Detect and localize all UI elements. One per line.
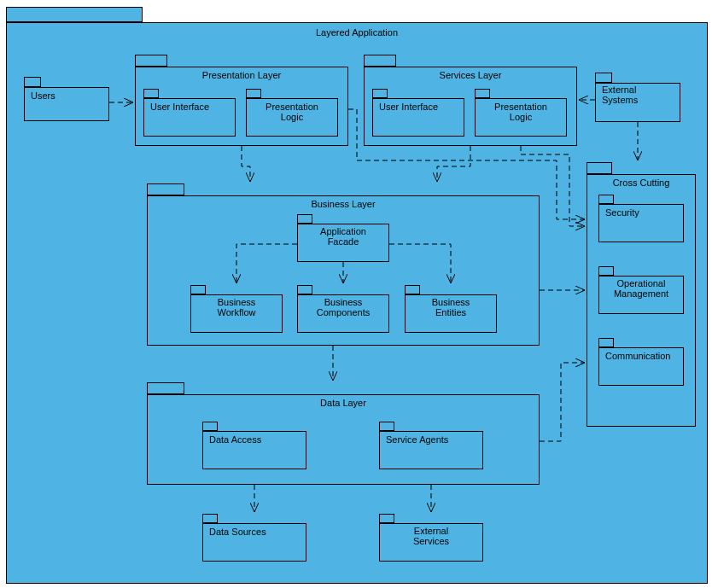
package-service-agents: Service Agents xyxy=(379,422,483,469)
title-app-facade: Application Facade xyxy=(297,226,389,247)
package-app-facade: Application Facade xyxy=(297,214,389,262)
title-business-entities: Business Entities xyxy=(405,297,497,317)
package-security: Security xyxy=(598,195,684,242)
title-services-layer: Services Layer xyxy=(364,70,577,80)
package-communication: Communication xyxy=(598,338,684,386)
package-external-systems: External Systems xyxy=(595,73,680,122)
package-presentation-ui: User Interface xyxy=(143,89,236,137)
package-business-components: Business Components xyxy=(297,285,389,333)
title-data-access: Data Access xyxy=(202,434,306,445)
title-external-systems: External Systems xyxy=(595,84,680,105)
title-business-workflow: Business Workflow xyxy=(190,297,283,317)
package-users: Users xyxy=(24,77,109,121)
title-cross-cutting: Cross Cutting xyxy=(587,178,696,188)
package-business-workflow: Business Workflow xyxy=(190,285,283,333)
package-data-sources: Data Sources xyxy=(202,514,306,562)
package-data-access: Data Access xyxy=(202,422,306,469)
diagram-canvas: Layered Application Users External Syste… xyxy=(0,0,712,588)
package-business-entities: Business Entities xyxy=(405,285,497,333)
title-services-ui: User Interface xyxy=(372,102,464,112)
title-data-layer: Data Layer xyxy=(147,398,540,408)
title-presentation-layer: Presentation Layer xyxy=(135,70,348,80)
title-op-mgmt: Operational Management xyxy=(598,278,684,299)
title-presentation-ui: User Interface xyxy=(143,102,236,112)
title-presentation-logic: Presentation Logic xyxy=(246,102,338,122)
title-communication: Communication xyxy=(598,351,684,361)
title-security: Security xyxy=(598,207,684,218)
title-users: Users xyxy=(24,90,109,101)
package-services-ui: User Interface xyxy=(372,89,464,137)
title-layered-application: Layered Application xyxy=(6,27,708,38)
package-presentation-logic: Presentation Logic xyxy=(246,89,338,137)
title-service-agents: Service Agents xyxy=(379,434,483,445)
package-op-mgmt: Operational Management xyxy=(598,266,684,314)
title-data-sources: Data Sources xyxy=(202,527,306,537)
package-external-services: External Services xyxy=(379,514,483,562)
title-business-layer: Business Layer xyxy=(147,199,540,209)
title-business-components: Business Components xyxy=(297,297,389,317)
package-services-logic: Presentation Logic xyxy=(475,89,567,137)
title-services-logic: Presentation Logic xyxy=(475,102,567,122)
title-external-services: External Services xyxy=(379,526,483,546)
